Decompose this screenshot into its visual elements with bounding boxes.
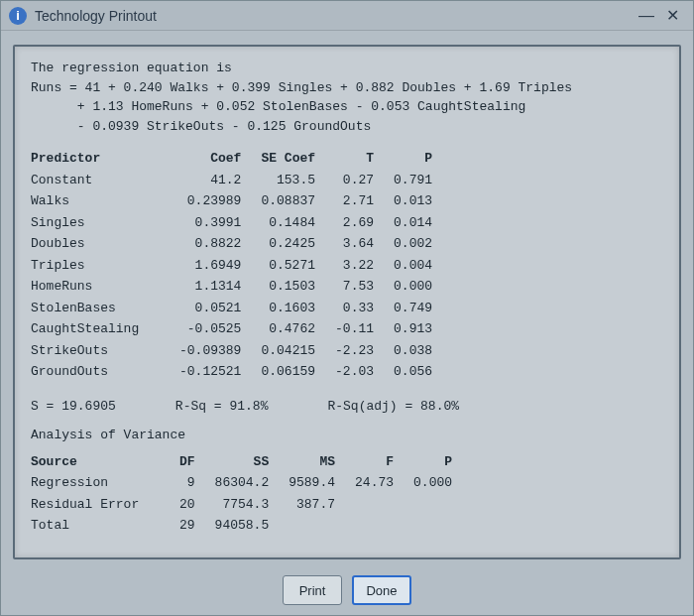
coef-cell: 0.2425 xyxy=(251,233,325,255)
coef-cell: 0.038 xyxy=(384,340,442,362)
minimize-icon[interactable]: — xyxy=(634,5,659,27)
anova-cell: 94058.5 xyxy=(205,515,280,537)
anova-cell: 387.7 xyxy=(279,494,345,516)
anova-col-header: Source xyxy=(31,451,170,473)
close-icon[interactable]: ✕ xyxy=(659,5,685,27)
coef-cell: -2.03 xyxy=(325,361,384,383)
coef-cell: -2.23 xyxy=(325,340,384,362)
coef-cell: Walks xyxy=(31,190,170,212)
anova-body: Regression986304.29589.424.730.000Residu… xyxy=(31,472,462,537)
anova-col-header: SS xyxy=(205,451,280,473)
anova-cell: 20 xyxy=(170,494,205,516)
coef-cell: 1.1314 xyxy=(170,276,251,298)
anova-cell: 24.73 xyxy=(345,472,404,494)
coef-cell: 0.002 xyxy=(384,233,442,255)
anova-col-header: MS xyxy=(279,451,345,473)
coef-cell: 41.2 xyxy=(170,170,251,191)
anova-cell xyxy=(404,515,462,537)
coefficient-table: PredictorCoefSE CoefTP Constant41.2153.5… xyxy=(31,148,442,383)
coef-cell: 0.3991 xyxy=(170,212,251,234)
table-row: StrikeOuts-0.093890.04215-2.230.038 xyxy=(31,340,442,362)
anova-cell: Total xyxy=(31,515,170,537)
printout-panel[interactable]: The regression equation is Runs = 41 + 0… xyxy=(13,45,681,559)
coef-cell: 0.8822 xyxy=(170,233,251,255)
titlebar: i Technology Printout — ✕ xyxy=(1,1,693,31)
coef-cell: 0.749 xyxy=(384,298,442,319)
stat-rsq: R-Sq = 91.8% xyxy=(175,397,269,417)
info-icon: i xyxy=(9,7,27,25)
coef-cell: 0.27 xyxy=(325,170,384,191)
coef-cell: 0.04215 xyxy=(251,340,325,362)
anova-cell: 86304.2 xyxy=(205,472,280,494)
coef-cell: -0.0525 xyxy=(170,318,251,340)
coef-cell: 0.056 xyxy=(384,361,442,383)
coef-cell: 0.1503 xyxy=(251,276,325,298)
anova-cell xyxy=(279,515,345,537)
stat-s: S = 19.6905 xyxy=(31,397,116,417)
coef-cell: 2.71 xyxy=(325,190,384,212)
coef-cell: -0.11 xyxy=(325,318,384,340)
content-area: The regression equation is Runs = 41 + 0… xyxy=(1,31,693,565)
anova-cell: 29 xyxy=(170,515,205,537)
table-row: Doubles0.88220.24253.640.002 xyxy=(31,233,442,255)
coef-cell: 3.22 xyxy=(325,255,384,277)
table-row: Total2994058.5 xyxy=(31,515,462,537)
coef-cell: 0.1603 xyxy=(251,298,325,319)
table-row: Triples1.69490.52713.220.004 xyxy=(31,255,442,277)
coef-cell: HomeRuns xyxy=(31,276,170,298)
anova-cell: 9 xyxy=(170,472,205,494)
coef-cell: 0.913 xyxy=(384,318,442,340)
table-row: HomeRuns1.13140.15037.530.000 xyxy=(31,276,442,298)
table-row: Constant41.2153.50.270.791 xyxy=(31,170,442,191)
coef-cell: StolenBases xyxy=(31,298,170,319)
coef-cell: 3.64 xyxy=(325,233,384,255)
table-row: GroundOuts-0.125210.06159-2.030.056 xyxy=(31,361,442,383)
window-title: Technology Printout xyxy=(35,8,157,24)
coef-cell: 0.06159 xyxy=(251,361,325,383)
coef-header: PredictorCoefSE CoefTP xyxy=(31,148,442,170)
equation-intro: The regression equation is xyxy=(31,59,663,78)
coef-cell: 0.4762 xyxy=(251,318,325,340)
table-row: Walks0.239890.088372.710.013 xyxy=(31,190,442,212)
coef-cell: 153.5 xyxy=(251,170,325,191)
equation-line-2: + 1.13 HomeRuns + 0.052 StolenBases - 0.… xyxy=(31,97,663,117)
equation-block: The regression equation is Runs = 41 + 0… xyxy=(31,59,663,136)
equation-line-3: - 0.0939 StrikeOuts - 0.125 GroundOuts xyxy=(31,117,663,137)
coef-body: Constant41.2153.50.270.791Walks0.239890.… xyxy=(31,170,442,383)
equation-line-1: Runs = 41 + 0.240 Walks + 0.399 Singles … xyxy=(31,78,663,98)
coef-cell: Doubles xyxy=(31,233,170,255)
anova-cell: Regression xyxy=(31,472,170,494)
coef-cell: Constant xyxy=(31,170,170,191)
anova-cell: 7754.3 xyxy=(205,494,280,516)
stat-rsq-adj: R-Sq(adj) = 88.0% xyxy=(327,397,459,417)
coef-cell: -0.12521 xyxy=(170,361,251,383)
coef-col-header: P xyxy=(384,148,442,170)
anova-header: SourceDFSSMSFP xyxy=(31,451,462,473)
anova-cell xyxy=(345,515,404,537)
coef-cell: 0.0521 xyxy=(170,298,251,319)
coef-cell: 0.791 xyxy=(384,170,442,191)
anova-col-header: DF xyxy=(170,451,205,473)
coef-cell: 0.5271 xyxy=(251,255,325,277)
coef-col-header: Coef xyxy=(170,148,251,170)
coef-cell: CaughtStealing xyxy=(31,318,170,340)
dialog-window: i Technology Printout — ✕ The regression… xyxy=(0,0,694,616)
button-bar: Print Done xyxy=(1,565,693,615)
coef-cell: 0.004 xyxy=(384,255,442,277)
anova-col-header: P xyxy=(404,451,462,473)
anova-cell xyxy=(404,494,462,516)
coef-cell: -0.09389 xyxy=(170,340,251,362)
coef-cell: StrikeOuts xyxy=(31,340,170,362)
coef-cell: 0.1484 xyxy=(251,212,325,234)
coef-cell: 7.53 xyxy=(325,276,384,298)
coef-cell: Singles xyxy=(31,212,170,234)
anova-cell: Residual Error xyxy=(31,494,170,516)
print-button[interactable]: Print xyxy=(283,575,342,605)
anova-cell: 9589.4 xyxy=(279,472,345,494)
coef-cell: 2.69 xyxy=(325,212,384,234)
anova-col-header: F xyxy=(345,451,404,473)
coef-cell: 0.013 xyxy=(384,190,442,212)
table-row: StolenBases0.05210.16030.330.749 xyxy=(31,298,442,319)
coef-cell: 1.6949 xyxy=(170,255,251,277)
done-button[interactable]: Done xyxy=(352,575,411,605)
